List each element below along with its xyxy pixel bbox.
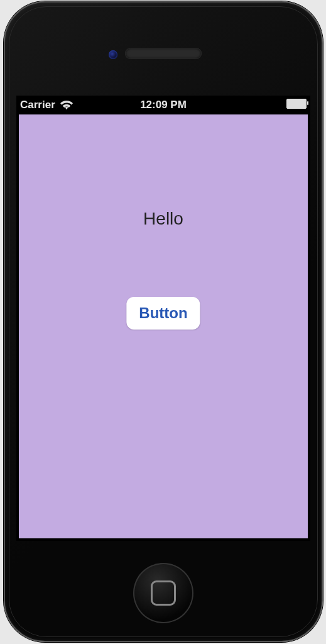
main-button[interactable]: Button [126, 297, 200, 330]
carrier-label: Carrier [20, 99, 55, 111]
clock: 12:09 PM [140, 99, 187, 111]
status-bar: Carrier 12:09 PM [16, 96, 310, 114]
front-camera [109, 50, 117, 59]
home-button[interactable] [133, 563, 193, 623]
home-icon [151, 580, 176, 606]
app-content: Hello Button [19, 114, 308, 538]
device-frame: Carrier 12:09 PM Hello Button [4, 1, 323, 642]
earpiece-speaker [125, 48, 202, 59]
greeting-label: Hello [19, 209, 308, 229]
screen: Carrier 12:09 PM Hello Button [16, 96, 310, 541]
wifi-icon [60, 101, 73, 109]
battery-icon [286, 99, 307, 109]
